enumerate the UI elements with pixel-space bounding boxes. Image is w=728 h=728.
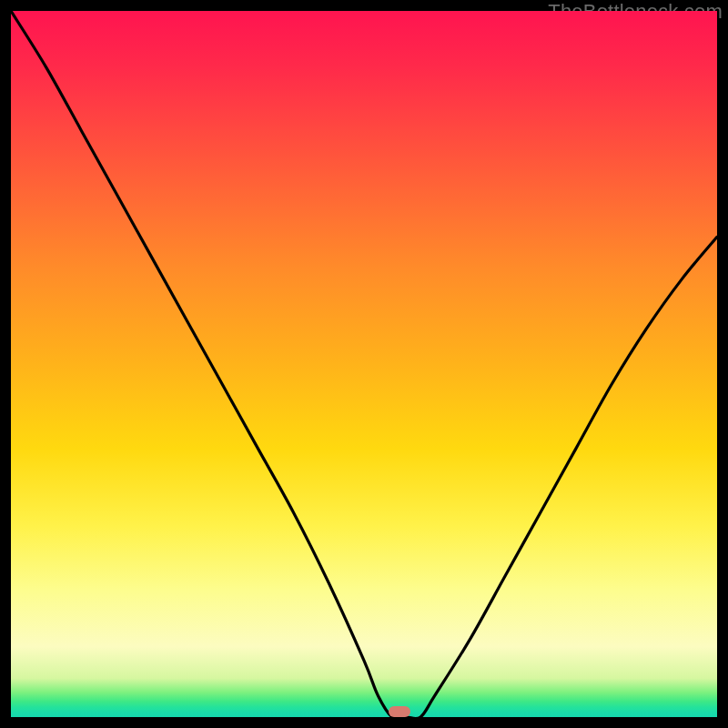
chart-frame (11, 11, 717, 717)
optimal-point-marker (389, 706, 410, 717)
bottleneck-curve (11, 11, 717, 717)
